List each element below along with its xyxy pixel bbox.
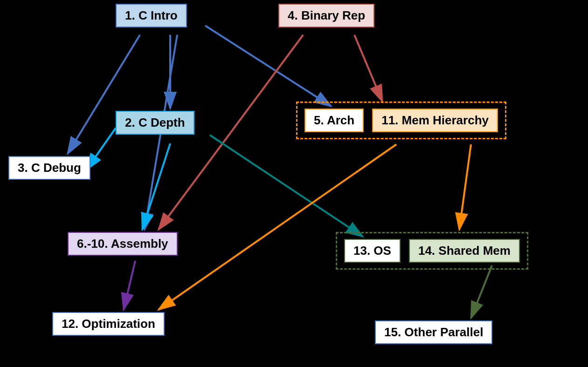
svg-line-18 bbox=[159, 144, 396, 310]
svg-line-11 bbox=[354, 35, 382, 102]
c-debug-label: 3. C Debug bbox=[18, 161, 81, 175]
svg-line-14 bbox=[142, 143, 170, 230]
node-optimization: 12. Optimization bbox=[52, 312, 165, 336]
mem-hierarchy-label: 11. Mem Hierarchy bbox=[381, 113, 489, 127]
node-c-depth: 2. C Depth bbox=[116, 111, 194, 135]
shared-mem-label: 14. Shared Mem bbox=[418, 244, 511, 258]
node-other-parallel: 15. Other Parallel bbox=[375, 320, 492, 344]
node-shared-mem: 14. Shared Mem bbox=[409, 239, 520, 263]
svg-line-19 bbox=[471, 265, 492, 318]
svg-line-10 bbox=[205, 26, 331, 106]
os-label: 13. OS bbox=[353, 244, 391, 258]
c-depth-label: 2. C Depth bbox=[125, 116, 185, 129]
node-mem-hierarchy: 11. Mem Hierarchy bbox=[372, 109, 498, 132]
svg-line-15 bbox=[210, 135, 363, 237]
node-binary-rep: 4. Binary Rep bbox=[278, 4, 374, 27]
svg-line-13 bbox=[86, 128, 116, 170]
other-parallel-label: 15. Other Parallel bbox=[384, 325, 483, 339]
arch-label: 5. Arch bbox=[314, 113, 354, 127]
assembly-label: 6.-10. Assembly bbox=[77, 237, 168, 251]
c-intro-label: 1. C Intro bbox=[125, 8, 178, 22]
group-os-sharedmem: 13. OS 14. Shared Mem bbox=[336, 232, 528, 270]
optimization-label: 12. Optimization bbox=[62, 317, 155, 331]
svg-line-16 bbox=[459, 144, 471, 230]
svg-line-8 bbox=[68, 35, 140, 154]
node-c-debug: 3. C Debug bbox=[8, 156, 90, 180]
group-arch-mem: 5. Arch 11. Mem Hierarchy bbox=[296, 102, 506, 139]
diagram-container: 1. C Intro 4. Binary Rep 2. C Depth 3. C… bbox=[0, 0, 588, 367]
node-c-intro: 1. C Intro bbox=[116, 4, 187, 27]
node-assembly: 6.-10. Assembly bbox=[68, 232, 178, 256]
binary-rep-label: 4. Binary Rep bbox=[288, 8, 365, 22]
svg-line-17 bbox=[124, 261, 135, 310]
node-arch: 5. Arch bbox=[304, 109, 364, 132]
node-os: 13. OS bbox=[344, 239, 401, 263]
